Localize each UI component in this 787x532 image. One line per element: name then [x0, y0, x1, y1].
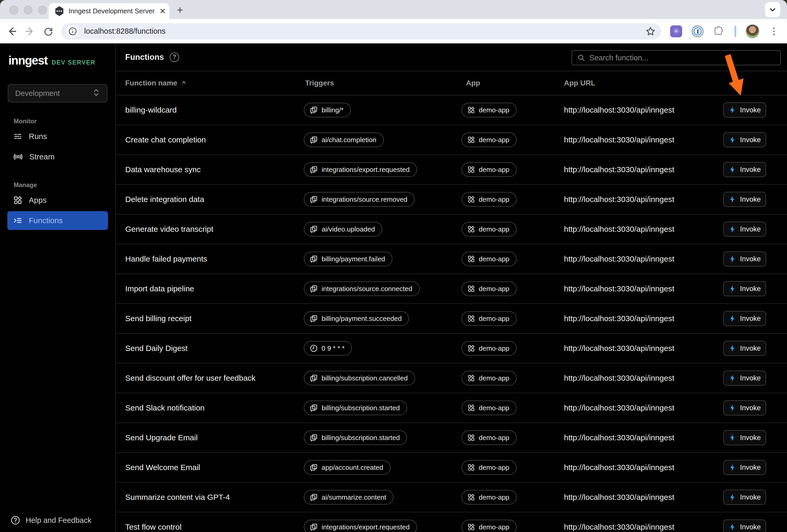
function-row[interactable]: Test flow control integrations/export.re… [116, 512, 787, 532]
extension-icon[interactable]: ✳ [670, 25, 682, 37]
event-trigger-icon [310, 523, 318, 531]
column-header-function-name[interactable]: Function name^ [125, 79, 186, 87]
invoke-button[interactable]: Invoke [723, 341, 766, 356]
invoke-button[interactable]: Invoke [723, 430, 766, 445]
function-row[interactable]: Data warehouse sync integrations/export.… [116, 155, 787, 185]
function-row[interactable]: Send Daily Digest 0 9 * * * demo-app htt… [116, 334, 787, 363]
help-and-feedback[interactable]: Help and Feedback [10, 515, 91, 525]
invoke-button[interactable]: Invoke [723, 103, 766, 117]
invoke-button[interactable]: Invoke [723, 460, 766, 475]
page-help-icon[interactable]: ? [170, 52, 179, 62]
invoke-button[interactable]: Invoke [723, 400, 766, 416]
new-tab-button[interactable]: + [177, 6, 183, 15]
app-badge: demo-app [462, 311, 517, 326]
function-row[interactable]: Send discount offer for user feedback bi… [116, 363, 787, 393]
lightning-bolt-icon [728, 285, 736, 293]
search-function-box[interactable] [572, 50, 781, 65]
function-row[interactable]: Summarize content via GPT-4 ai/summarize… [116, 483, 787, 512]
app-grid-icon [467, 196, 475, 203]
app-grid-icon [467, 434, 475, 442]
trigger-label: integrations/export.requested [322, 523, 410, 531]
function-name: Send discount offer for user feedback [125, 374, 255, 382]
select-caret-icon [92, 88, 100, 99]
tab-search-button[interactable] [765, 2, 780, 17]
function-name: Send billing receipt [125, 314, 192, 323]
lightning-bolt-icon [728, 166, 736, 174]
minimize-window-button[interactable] [24, 6, 33, 14]
trigger-label: billing/subscription.started [322, 434, 400, 442]
function-row[interactable]: Generate video transcript ai/video.uploa… [116, 215, 787, 244]
help-icon [10, 515, 20, 525]
function-row[interactable]: Send Slack notification billing/subscrip… [116, 393, 787, 423]
password-manager-icon[interactable] [692, 25, 704, 37]
profile-avatar[interactable] [746, 25, 759, 38]
cron-trigger-icon [310, 344, 318, 353]
extensions-puzzle-icon[interactable] [713, 25, 725, 37]
back-button[interactable] [6, 25, 18, 37]
function-row[interactable]: Send billing receipt billing/payment.suc… [116, 304, 787, 334]
invoke-label: Invoke [740, 285, 761, 293]
search-input[interactable] [589, 53, 775, 62]
function-row[interactable]: billing-wildcard billing/* demo-app http… [116, 95, 787, 125]
invoke-button[interactable]: Invoke [723, 490, 766, 505]
lightning-bolt-icon [728, 464, 736, 471]
function-row[interactable]: Send Welcome Email app/account.created d… [116, 453, 787, 483]
app-grid-icon [467, 285, 475, 293]
sidebar-item-stream[interactable]: Stream [7, 147, 108, 166]
function-name: Test flow control [125, 523, 182, 531]
function-row[interactable]: Create chat completion ai/chat.completio… [116, 125, 787, 155]
sidebar-item-runs[interactable]: Runs [7, 127, 108, 146]
browser-menu-icon[interactable] [769, 26, 779, 37]
sidebar-item-functions[interactable]: Functions [7, 211, 108, 230]
reload-button[interactable] [42, 25, 55, 37]
forward-button[interactable] [24, 25, 36, 37]
invoke-label: Invoke [740, 106, 761, 114]
app-label: demo-app [479, 434, 509, 442]
function-row[interactable]: Import data pipeline integrations/source… [116, 274, 787, 304]
trigger-badge: billing/subscription.cancelled [304, 371, 415, 385]
sidebar-item-apps[interactable]: Apps [7, 191, 108, 209]
function-row[interactable]: Delete integration data integrations/sou… [116, 185, 787, 215]
app-badge: demo-app [462, 162, 517, 177]
invoke-button[interactable]: Invoke [723, 162, 766, 177]
close-window-button[interactable] [9, 6, 18, 14]
app-badge: demo-app [462, 460, 517, 475]
invoke-button[interactable]: Invoke [723, 519, 766, 532]
address-bar[interactable]: localhost:8288/functions [61, 23, 661, 40]
invoke-button[interactable]: Invoke [723, 132, 766, 147]
app-url: http://localhost:3030/api/inngest [564, 314, 674, 323]
invoke-button[interactable]: Invoke [723, 311, 766, 326]
browser-tab[interactable]: Inngest Development Server ✕ [49, 3, 169, 19]
site-info-icon[interactable] [66, 25, 79, 38]
trigger-label: 0 9 * * * [322, 345, 345, 353]
invoke-button[interactable]: Invoke [723, 281, 766, 296]
app-label: demo-app [479, 106, 509, 114]
event-trigger-icon [310, 136, 318, 144]
sidebar-item-label: Stream [29, 152, 55, 161]
event-trigger-icon [310, 463, 318, 472]
invoke-label: Invoke [740, 434, 761, 442]
tab-close-icon[interactable]: ✕ [159, 7, 166, 15]
monitor-section-label: Monitor [14, 117, 115, 125]
invoke-button[interactable]: Invoke [723, 251, 766, 267]
app-label: demo-app [479, 285, 509, 293]
app-badge: demo-app [462, 401, 517, 415]
url-text[interactable]: localhost:8288/functions [84, 27, 645, 36]
function-row[interactable]: Handle failed payments billing/payment.f… [116, 244, 787, 274]
environment-select[interactable]: Development [8, 84, 107, 103]
lightning-bolt-icon [728, 493, 736, 501]
app-label: demo-app [479, 255, 509, 263]
invoke-label: Invoke [740, 523, 761, 531]
function-row[interactable]: Send Upgrade Email billing/subscription.… [116, 423, 787, 453]
macos-traffic-lights[interactable] [9, 6, 47, 14]
stream-icon [13, 152, 23, 162]
invoke-button[interactable]: Invoke [723, 192, 766, 207]
brand-logo: inngest DEV SERVER [0, 53, 115, 67]
trigger-label: integrations/export.requested [322, 166, 410, 174]
invoke-button[interactable]: Invoke [723, 371, 766, 386]
app-badge: demo-app [462, 252, 517, 266]
zoom-window-button[interactable] [38, 6, 47, 14]
bookmark-star-icon[interactable] [645, 26, 656, 37]
function-name: Send Daily Digest [125, 344, 188, 353]
invoke-button[interactable]: Invoke [723, 222, 766, 237]
